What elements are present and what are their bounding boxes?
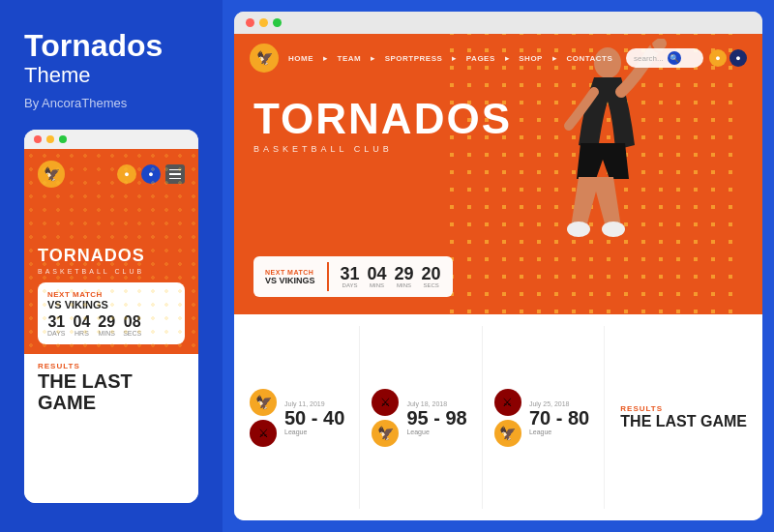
result-score-block-3: July 25, 2018 70 - 80 League	[529, 400, 589, 435]
desktop-match-bar: NEXT MATCH VS VIKINGS 31 Days 04 Mins	[253, 256, 453, 297]
desktop-dot-yellow[interactable]	[259, 18, 268, 27]
result-card-3: ⚔ 🦅 July 25, 2018 70 - 80 League	[483, 326, 605, 509]
mobile-results-section: RESULTS THE LAST GAME	[24, 354, 198, 503]
desktop-match-label: NEXT MATCH	[265, 269, 315, 276]
result-logo-vikings-2: ⚔	[372, 389, 399, 416]
desktop-content: 🦅 HOME ▸ TEAM ▸ SPORTPRESS ▸ PAGES ▸ SHO…	[234, 34, 762, 520]
brand-subtitle: Theme	[24, 63, 198, 88]
mobile-titlebar	[24, 130, 198, 149]
svg-point-2	[602, 222, 625, 237]
desktop-mockup: 🦅 HOME ▸ TEAM ▸ SPORTPRESS ▸ PAGES ▸ SHO…	[234, 12, 762, 520]
desktop-search-box[interactable]: search... 🔍	[626, 48, 703, 68]
result-logo-tornados-2: 🦅	[372, 420, 399, 447]
desktop-count-days: 31 Days	[341, 265, 360, 288]
desktop-match-info: NEXT MATCH VS VIKINGS	[265, 269, 315, 285]
mobile-results-label: RESULTS	[38, 362, 185, 370]
mobile-dot-yellow	[46, 135, 54, 143]
desktop-count-secs: 20 Secs	[422, 265, 441, 288]
result-logo-tornados-3: 🦅	[494, 420, 521, 447]
result-score-block-2: July 18, 2018 95 - 98 League	[406, 400, 466, 435]
nav-pages[interactable]: PAGES	[466, 54, 495, 63]
result-logos-1: 🦅 ⚔	[250, 389, 277, 447]
nav-sep2: ▸	[452, 54, 457, 63]
desktop-user-btn-orange[interactable]: ●	[709, 49, 727, 67]
desktop-logo: 🦅	[250, 44, 279, 73]
nav-sep1: ▸	[371, 54, 375, 63]
desktop-match-vs: VS VIKINGS	[265, 276, 315, 285]
desktop-countdown: 31 Days 04 Mins 29 Mins 20	[341, 265, 441, 288]
nav-sep3: ▸	[505, 54, 510, 63]
desktop-hero: 🦅 HOME ▸ TEAM ▸ SPORTPRESS ▸ PAGES ▸ SHO…	[234, 34, 762, 314]
desktop-nav-links: HOME ▸ TEAM ▸ SPORTPRESS ▸ PAGES ▸ SHOP …	[288, 54, 612, 63]
desktop-count-mins: 04 Mins	[368, 265, 387, 288]
mobile-dot-green	[59, 135, 67, 143]
desktop-hero-subtitle: BASKETBALL CLUB	[253, 144, 743, 154]
svg-point-1	[567, 222, 590, 237]
result-card-2: ⚔ 🦅 July 18, 2018 95 - 98 League	[360, 326, 482, 509]
nav-sportpress[interactable]: SPORTPRESS	[385, 54, 443, 63]
brand-by: By AncoraThemes	[24, 96, 198, 110]
nav-home[interactable]: HOME	[288, 54, 313, 63]
nav-team-label[interactable]: TEAM	[338, 54, 362, 63]
mobile-hero-subtitle: BASKETBALL CLUB	[38, 268, 185, 275]
mobile-mockup: 🦅 ● ● TORNADOS BASKETBALL CLUB NEXT MATC…	[24, 130, 198, 503]
result-score-block-1: July 11, 2019 50 - 40 League	[284, 400, 344, 435]
nav-sep4: ▸	[552, 54, 557, 63]
mobile-hero: 🦅 ● ● TORNADOS BASKETBALL CLUB NEXT MATC…	[24, 149, 198, 354]
desktop-count-mins2: 29 Mins	[395, 265, 414, 288]
mobile-dot-red	[34, 135, 42, 143]
results-last-label: RESULTS	[620, 404, 747, 413]
result-card-1: 🦅 ⚔ July 11, 2019 50 - 40 League	[250, 326, 360, 509]
results-last-game: RESULTS THE LAST GAME	[605, 326, 747, 509]
desktop-dot-red[interactable]	[246, 18, 254, 27]
desktop-nav-right: search... 🔍 ● ●	[626, 48, 747, 68]
result-logo-vikings-3: ⚔	[494, 389, 521, 416]
desktop-hero-main: TORNADOS BASKETBALL CLUB	[234, 82, 762, 154]
desktop-titlebar	[234, 12, 762, 34]
brand-title: Tornados	[24, 29, 198, 63]
desktop-dot-green[interactable]	[273, 18, 282, 27]
desktop-hero-title: TORNADOS	[253, 98, 743, 140]
right-panel: 🦅 HOME ▸ TEAM ▸ SPORTPRESS ▸ PAGES ▸ SHO…	[223, 0, 774, 532]
mobile-results-title: THE LAST GAME	[38, 370, 185, 413]
countdown-separator	[327, 262, 329, 291]
result-logos-2: ⚔ 🦅	[372, 389, 399, 447]
mobile-dot-pattern	[24, 149, 198, 354]
left-panel: Tornados Theme By AncoraThemes 🦅 ● ●	[0, 0, 223, 532]
nav-shop[interactable]: SHOP	[519, 54, 543, 63]
search-placeholder: search...	[634, 54, 664, 63]
search-icon[interactable]: 🔍	[668, 51, 681, 65]
result-logo-vikings-1: ⚔	[250, 420, 277, 447]
nav-contacts[interactable]: CONTACTS	[566, 54, 612, 63]
result-logo-tornados-1: 🦅	[250, 389, 277, 416]
results-last-title: THE LAST GAME	[620, 413, 747, 430]
result-logos-3: ⚔ 🦅	[494, 389, 521, 447]
nav-team[interactable]: ▸	[323, 54, 328, 63]
desktop-results-section: 🦅 ⚔ July 11, 2019 50 - 40 League ⚔ 🦅	[234, 314, 762, 520]
desktop-user-btn-blue[interactable]: ●	[729, 49, 747, 67]
desktop-nav: 🦅 HOME ▸ TEAM ▸ SPORTPRESS ▸ PAGES ▸ SHO…	[234, 34, 762, 82]
desktop-user-buttons: ● ●	[709, 49, 747, 67]
